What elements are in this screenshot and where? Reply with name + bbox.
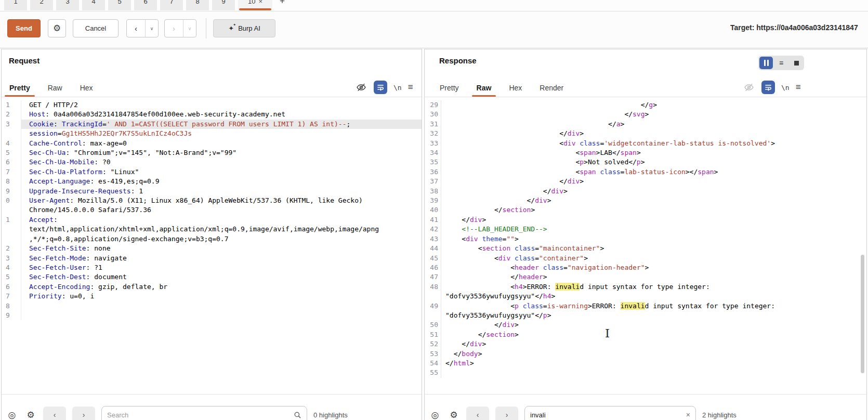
code-line[interactable]: 55 <box>425 368 866 377</box>
request-tab-hex[interactable]: Hex <box>73 78 100 97</box>
show-linebreaks-toggle[interactable]: \n <box>781 84 790 91</box>
request-settings-button[interactable]: ⚙ <box>48 19 66 37</box>
code-line[interactable]: 45 <div class="container"> <box>425 254 866 263</box>
repeater-tab-6[interactable]: 6 <box>134 0 157 10</box>
code-line[interactable]: Chrome/145.0.0.0 Safari/537.36 <box>2 205 422 215</box>
response-tab-hex[interactable]: Hex <box>502 78 529 97</box>
code-line[interactable]: 35 <p>Not solved</p> <box>425 158 866 167</box>
code-line[interactable]: 3Cookie: TrackingId=' AND 1=CAST((SELECT… <box>2 120 422 129</box>
code-line[interactable]: 1Accept: <box>2 215 422 225</box>
code-line[interactable]: 46 <header class="navigation-header"> <box>425 263 866 272</box>
code-line[interactable]: "dofvy3536ywufuygsyyu"</h4> <box>425 292 866 301</box>
history-forward-button[interactable]: › <box>165 20 183 37</box>
code-line[interactable]: 43 <div theme=""> <box>425 234 866 244</box>
single-layout-button[interactable] <box>790 57 803 69</box>
show-linebreaks-toggle[interactable]: \n <box>393 84 402 91</box>
code-line[interactable]: 40 </section> <box>425 205 866 215</box>
code-line[interactable]: 44 <section class="maincontainer"> <box>425 244 866 253</box>
response-search-field[interactable]: × <box>524 406 696 420</box>
code-line[interactable]: 9 <box>2 311 422 320</box>
next-match-button[interactable]: › <box>72 406 95 420</box>
code-line[interactable]: 3Sec-Fetch-Mode: navigate <box>2 254 422 263</box>
cancel-button[interactable]: Cancel <box>73 19 119 37</box>
code-line[interactable]: 41 </div> <box>425 215 866 225</box>
code-line[interactable]: 37 </div> <box>425 177 866 186</box>
send-button[interactable]: Send <box>7 19 41 37</box>
code-line[interactable]: 8Accept-Language: es-419,es;q=0.9 <box>2 177 422 186</box>
code-line[interactable]: 2Host: 0a4a006a03d23141847854ef00d100ee.… <box>2 110 422 119</box>
code-line[interactable]: 51 </section> <box>425 330 866 339</box>
editor-menu-icon[interactable]: ≡ <box>796 82 801 93</box>
search-input[interactable] <box>107 411 290 419</box>
code-line[interactable]: 6Sec-Ch-Ua-Mobile: ?0 <box>2 158 422 167</box>
code-line[interactable]: ,*/*;q=0.8,application/signed-exchange;v… <box>2 234 422 244</box>
code-line[interactable]: 7Priority: u=0, i <box>2 292 422 301</box>
repeater-tab-7[interactable]: 7 <box>160 0 183 10</box>
response-tab-raw[interactable]: Raw <box>470 78 498 97</box>
code-line[interactable]: 47 </header> <box>425 272 866 282</box>
code-line[interactable]: 0User-Agent: Mozilla/5.0 (X11; Linux x86… <box>2 196 422 205</box>
request-tab-pretty[interactable]: Pretty <box>3 78 37 97</box>
code-line[interactable]: 31 </a> <box>425 120 866 129</box>
search-settings-gear-icon[interactable]: ⚙ <box>24 410 37 420</box>
response-editor[interactable]: 29 </g>30 </svg>31 </a>32 </div>33 <box>425 98 866 394</box>
rows-layout-button[interactable]: ≡ <box>774 57 788 69</box>
code-line[interactable]: 36 <span class=lab-status-icon></span> <box>425 167 866 177</box>
history-forward-dropdown[interactable]: ∨ <box>183 20 196 37</box>
search-target-icon[interactable]: ◎ <box>6 410 18 420</box>
code-line[interactable]: 32 </div> <box>425 129 866 138</box>
code-line[interactable]: 29 </g> <box>425 100 866 110</box>
hide-nonprintable-icon[interactable] <box>355 81 367 94</box>
repeater-tab-3[interactable]: 3 <box>56 0 79 10</box>
previous-match-button[interactable]: ‹ <box>43 406 66 420</box>
code-line[interactable]: 52 </div> <box>425 339 866 349</box>
code-line[interactable]: 54</html> <box>425 359 866 368</box>
request-tab-raw[interactable]: Raw <box>41 78 69 97</box>
code-line[interactable]: 9Upgrade-Insecure-Requests: 1 <box>2 187 422 196</box>
repeater-tab-5[interactable]: 5 <box>108 0 131 10</box>
repeater-tab-8[interactable]: 8 <box>186 0 209 10</box>
search-settings-gear-icon[interactable]: ⚙ <box>448 410 460 420</box>
code-line[interactable]: 5Sec-Fetch-Dest: document <box>2 272 422 282</box>
close-tab-icon[interactable]: × <box>258 0 262 5</box>
search-input[interactable] <box>530 411 682 419</box>
code-line[interactable]: 7Sec-Ch-Ua-Platform: "Linux" <box>2 167 422 177</box>
editor-menu-icon[interactable]: ≡ <box>408 82 413 93</box>
code-line[interactable]: 6Accept-Encoding: gzip, deflate, br <box>2 282 422 292</box>
code-line[interactable]: 8 <box>2 301 422 311</box>
code-line[interactable]: 38 </div> <box>425 187 866 196</box>
response-tab-pretty[interactable]: Pretty <box>433 78 466 97</box>
code-line[interactable]: 33 <div class='widgetcontainer-lab-statu… <box>425 139 866 148</box>
code-line[interactable]: 2Sec-Fetch-Site: none <box>2 244 422 253</box>
code-line[interactable]: 1GET / HTTP/2 <box>2 100 422 110</box>
search-target-icon[interactable]: ◎ <box>429 410 441 420</box>
repeater-tab-1[interactable]: 1 <box>4 0 27 10</box>
code-line[interactable]: 49 <p class=is-warning>ERROR: invalid in… <box>425 301 866 311</box>
response-scrollbar-thumb[interactable] <box>861 255 864 373</box>
request-editor[interactable]: 1GET / HTTP/22Host: 0a4a006a03d231418478… <box>2 98 422 394</box>
code-line[interactable]: text/html,application/xhtml+xml,applicat… <box>2 225 422 234</box>
response-tab-render[interactable]: Render <box>533 78 570 97</box>
code-line[interactable]: 4Sec-Fetch-User: ?1 <box>2 263 422 272</box>
code-line[interactable]: 30 </svg> <box>425 110 866 119</box>
code-line[interactable]: 4Cache-Control: max-age=0 <box>2 139 422 148</box>
code-line[interactable]: "dofvy3536ywufuygsyyu"</p> <box>425 311 866 320</box>
soft-wrap-toggle[interactable] <box>374 81 387 94</box>
repeater-tab-10[interactable]: 10× <box>238 0 272 10</box>
code-line[interactable]: 53 </body> <box>425 349 866 359</box>
clear-search-icon[interactable]: × <box>686 411 690 419</box>
add-tab-button[interactable]: + <box>275 0 289 10</box>
request-search-field[interactable] <box>101 406 307 420</box>
next-match-button[interactable]: › <box>495 406 518 420</box>
columns-layout-button[interactable] <box>759 57 773 69</box>
soft-wrap-toggle[interactable] <box>761 81 775 94</box>
repeater-tab-2[interactable]: 2 <box>30 0 53 10</box>
code-line[interactable]: 48 <h4>ERROR: invalid input syntax for t… <box>425 282 866 292</box>
code-line[interactable]: session=Gg1tHS5HhJ2EQr7K7S5ukLnICz4oC3Js <box>2 129 422 138</box>
code-line[interactable]: 5Sec-Ch-Ua: "Chromium";v="145", "Not:A-B… <box>2 148 422 158</box>
code-line[interactable]: 50 </div> <box>425 320 866 330</box>
history-back-dropdown[interactable]: ∨ <box>146 20 158 37</box>
repeater-tab-9[interactable]: 9 <box>212 0 235 10</box>
previous-match-button[interactable]: ‹ <box>466 406 489 420</box>
code-line[interactable]: 42 <!--LAB_HEADER_END--> <box>425 225 866 234</box>
